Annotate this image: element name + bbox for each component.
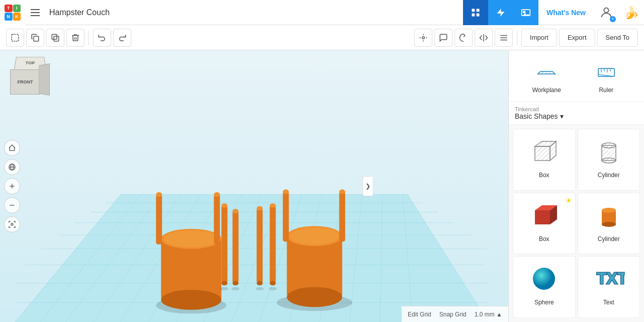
svg-rect-10 [54,36,59,41]
shape-item-wireframe-cylinder[interactable]: Cylinder [578,129,640,191]
delete-button[interactable] [66,29,84,47]
svg-rect-1 [477,9,480,12]
svg-point-116 [533,268,555,290]
wireframe-box-label: Box [539,172,549,179]
workplane-icon [534,60,559,85]
svg-rect-8 [34,36,39,41]
zoom-out-button[interactable] [4,197,20,213]
zoom-in-button[interactable] [4,178,20,194]
duplicate-button[interactable] [46,29,64,47]
svg-text:TXT: TXT [597,269,625,287]
export-button[interactable]: Export [559,29,595,47]
svg-point-71 [270,281,276,285]
align-button[interactable] [495,29,513,47]
svg-point-115 [602,222,616,227]
svg-rect-9 [52,34,57,39]
build-button[interactable] [488,0,513,25]
wireframe-cylinder-label: Cylinder [598,172,620,179]
svg-point-77 [290,228,340,245]
svg-rect-57 [221,206,227,283]
shape-item-solid-cylinder[interactable]: Cylinder [578,193,640,255]
dropdown-arrow-icon: ▾ [560,112,564,120]
header: T I N K Hampster Couch What's New + [0,0,644,25]
grid-view-button[interactable] [463,0,488,25]
cube-front-face: FRONT [10,69,40,95]
rotate-button[interactable] [454,29,473,47]
3d-scene [0,50,508,322]
ruler-tool[interactable]: Ruler [577,56,636,98]
svg-point-60 [220,287,228,291]
project-title[interactable]: Hampster Couch [49,8,110,17]
redo-button[interactable] [113,29,131,47]
shape-item-solid-box[interactable]: ★ Box [513,193,576,255]
user-button[interactable]: + [594,0,619,25]
svg-point-63 [232,281,238,285]
wireframe-cylinder-icon [591,133,627,170]
svg-rect-2 [472,13,475,16]
svg-rect-69 [270,206,276,283]
shape-item-sphere[interactable]: Sphere [513,256,576,318]
orbit-button[interactable] [4,159,20,175]
ruler-icon [594,60,618,85]
home-button[interactable] [4,140,20,156]
svg-point-64 [231,287,239,291]
snap-grid-label: Snap Grid [439,311,467,318]
svg-rect-3 [477,13,480,16]
text3d-icon: TXT [591,261,627,297]
shape-item-text3d[interactable]: TXT Text [578,256,640,318]
svg-rect-61 [232,211,238,283]
svg-point-52 [163,230,219,247]
view-cube[interactable]: TOP FRONT [10,55,50,96]
svg-point-6 [604,8,608,12]
panel-tools: Workplane Ruler [509,50,644,102]
svg-point-59 [221,281,227,285]
panel-collapse-button[interactable]: ❯ [362,176,373,196]
note-button[interactable] [434,29,452,47]
copy-button[interactable] [26,29,44,47]
svg-point-72 [269,287,277,291]
banana-icon[interactable]: 🍌 [619,0,644,25]
import-button[interactable]: Import [521,29,557,47]
shapes-grid: Box Cylinder [509,125,644,322]
shape-item-wireframe-box[interactable]: Box [513,129,576,191]
svg-point-68 [256,287,264,291]
solid-cylinder-label: Cylinder [598,235,620,243]
svg-point-79 [283,190,289,194]
deselect-button[interactable] [6,29,24,47]
snap-grid-value[interactable]: 1.0 mm ▲ [475,311,502,318]
shape-category: Tinkercad Basic Shapes ▾ [509,102,644,125]
cube-right-face [39,63,50,96]
svg-point-114 [602,208,616,213]
svg-point-108 [602,143,616,148]
svg-rect-0 [472,9,475,12]
workplane-tool[interactable]: Workplane [517,56,577,98]
sphere-label: Sphere [534,299,554,306]
snap-grid-arrow: ▲ [496,311,502,318]
mirror-button[interactable] [475,29,493,47]
gallery-button[interactable] [513,0,538,25]
edit-grid-label[interactable]: Edit Grid [408,311,431,318]
svg-point-51 [161,290,221,310]
menu-button[interactable] [25,0,45,25]
svg-rect-78 [283,192,289,242]
whats-new-button[interactable]: What's New [538,0,594,25]
fit-button[interactable] [4,216,20,232]
right-panel: Workplane Ruler [508,50,644,322]
logo-t: T [5,5,13,13]
undo-button[interactable] [93,29,111,47]
category-name: Basic Shapes [515,112,558,120]
light-button[interactable] [414,29,432,47]
viewport[interactable]: TOP FRONT ❯ [0,50,508,322]
svg-point-81 [339,190,345,194]
svg-point-11 [422,36,425,39]
sphere-icon [526,261,562,297]
svg-rect-65 [257,208,263,283]
svg-rect-7 [12,34,19,41]
category-select[interactable]: Basic Shapes ▾ [515,112,564,120]
svg-rect-55 [214,195,220,245]
category-prefix: Tinkercad [515,106,564,112]
separator-2 [517,31,517,45]
tinkercad-logo[interactable]: T I N K [0,0,25,25]
svg-point-88 [11,223,13,225]
send-to-button[interactable]: Send To [597,29,638,47]
